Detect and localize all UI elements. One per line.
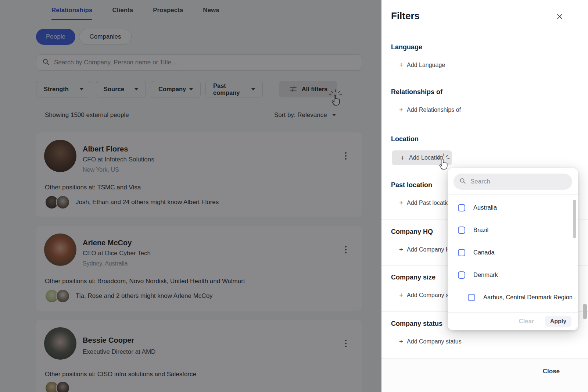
add-past-location-button[interactable]: + Add Past location [399, 199, 453, 206]
plus-icon: + [399, 338, 403, 345]
window-scrollbar-thumb[interactable] [583, 304, 587, 319]
filter-section-relationships-of: Relationships of + Add Relationships of [381, 80, 588, 127]
add-label: Add Relationships of [407, 107, 461, 113]
plus-icon: + [399, 246, 403, 253]
add-label: Add Past location [407, 200, 453, 206]
filters-panel-footer: Close [381, 359, 588, 392]
add-language-button[interactable]: + Add Language [399, 61, 445, 68]
plus-icon: + [399, 106, 403, 113]
add-label: Add Company status [407, 338, 462, 345]
add-label: Add Language [407, 62, 445, 68]
section-heading: Location [391, 135, 588, 143]
dropdown-scrollbar[interactable] [573, 200, 576, 238]
location-dropdown: Australia Brazil Canada Denmark Aarhus, … [448, 168, 578, 330]
add-relationships-of-button[interactable]: + Add Relationships of [399, 106, 461, 113]
divider [448, 194, 578, 195]
section-heading: Relationships of [391, 88, 588, 96]
option-label: Australia [473, 204, 497, 211]
checkbox[interactable] [458, 204, 465, 211]
section-heading: Language [391, 43, 588, 51]
option-label: Aarhus, Central Denmark Region [483, 294, 573, 301]
location-option-australia[interactable]: Australia [448, 196, 578, 219]
option-label: Canada [473, 249, 495, 256]
add-company-status-button[interactable]: + Add Company status [399, 338, 462, 345]
location-search-input[interactable] [470, 178, 566, 185]
location-option-brazil[interactable]: Brazil [448, 219, 578, 241]
plus-icon: + [399, 61, 403, 68]
checkbox[interactable] [458, 249, 465, 256]
dropdown-footer: Clear Apply [448, 312, 578, 330]
close-panel-button[interactable]: Close [543, 368, 560, 375]
search-icon [459, 178, 466, 186]
option-label: Brazil [473, 227, 488, 234]
add-label: Add Location [409, 154, 443, 161]
add-company-hq-button[interactable]: + Add Company HQ [399, 246, 455, 253]
filters-title: Filters [391, 10, 420, 22]
location-options-list: Australia Brazil Canada Denmark Aarhus, … [448, 196, 578, 309]
add-location-button[interactable]: + Add Location [392, 150, 452, 165]
apply-button[interactable]: Apply [545, 316, 571, 327]
filters-panel-header: Filters [381, 0, 588, 35]
close-icon[interactable] [555, 12, 564, 21]
filter-section-language: Language + Add Language [381, 35, 588, 80]
checkbox[interactable] [458, 271, 465, 279]
location-option-canada[interactable]: Canada [448, 241, 578, 264]
option-label: Denmark [473, 271, 498, 278]
plus-icon: + [401, 154, 405, 161]
modal-backdrop[interactable] [0, 0, 381, 392]
plus-icon: + [399, 292, 403, 299]
checkbox[interactable] [458, 227, 465, 234]
filter-section-location: Location + Add Location [381, 127, 588, 173]
location-option-denmark[interactable]: Denmark [448, 264, 578, 286]
clear-button[interactable]: Clear [519, 318, 534, 325]
plus-icon: + [399, 199, 403, 206]
location-search-bar[interactable] [453, 174, 572, 190]
checkbox[interactable] [468, 294, 475, 301]
location-option-aarhus[interactable]: Aarhus, Central Denmark Region [448, 286, 578, 309]
